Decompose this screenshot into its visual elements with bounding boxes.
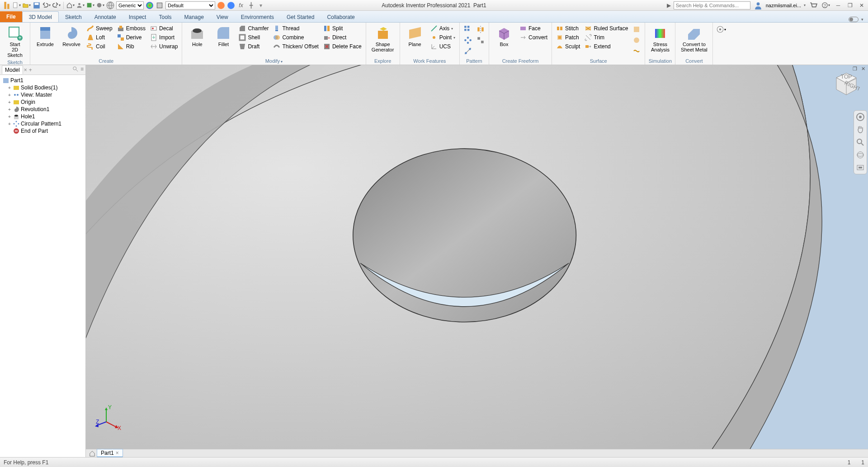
nav-pan-icon[interactable] (856, 125, 865, 134)
undo-icon[interactable] (42, 1, 51, 9)
search-input[interactable] (674, 1, 750, 9)
surf1-button[interactable] (631, 24, 642, 34)
surf3-button[interactable] (631, 46, 642, 56)
decal-button[interactable]: Decal (149, 24, 179, 33)
thread-button[interactable]: Thread (272, 24, 320, 33)
stress-analysis-button[interactable]: Stress Analysis (648, 24, 672, 53)
viewcube[interactable]: TOP RIGHT (833, 70, 860, 98)
revolve-button[interactable]: Revolve (59, 24, 84, 48)
face-button[interactable]: Face (518, 24, 549, 33)
browser-tab-model[interactable]: Model (2, 65, 23, 74)
panel-modify-label[interactable]: Modify (185, 57, 363, 65)
start-2d-sketch-button[interactable]: + Start 2D Sketch (3, 24, 27, 59)
extrude-button[interactable]: Extrude (33, 24, 57, 48)
patch-button[interactable]: Patch (555, 33, 581, 42)
color2-icon[interactable] (217, 1, 225, 9)
chamfer-button[interactable]: Chamfer (237, 24, 270, 33)
team-icon[interactable] (76, 1, 85, 9)
coil-button[interactable]: Coil (85, 42, 114, 51)
tab-view[interactable]: View (210, 12, 235, 22)
loft-button[interactable]: Loft (85, 33, 114, 42)
tree-circular-pattern1[interactable]: +Circular Pattern1 (1, 120, 85, 127)
trim-button[interactable]: Trim (583, 33, 629, 42)
tab-get-started[interactable]: Get Started (280, 12, 321, 22)
surf2-button[interactable] (631, 35, 642, 45)
pattern2-button[interactable] (475, 35, 486, 45)
close-button[interactable]: ✕ (857, 2, 866, 9)
scene-3d[interactable] (86, 65, 868, 449)
cloud-icon[interactable] (96, 1, 104, 9)
ribbon-overflow-button[interactable]: ▾ (716, 24, 726, 34)
tab-file[interactable]: File (0, 11, 22, 22)
nav-zoom-icon[interactable] (856, 138, 865, 147)
doc-home-button[interactable] (88, 450, 97, 457)
fillet-button[interactable]: Fillet (211, 24, 236, 48)
convert-sheet-metal-button[interactable]: Convert to Sheet Metal (678, 24, 710, 53)
browser-tab-close[interactable]: × (24, 67, 27, 73)
fx-icon[interactable]: fx (237, 1, 245, 9)
shape-generator-button[interactable]: Shape Generator (369, 24, 397, 53)
tree-hole1[interactable]: +Hole1 (1, 113, 85, 120)
mirror-button[interactable] (475, 24, 486, 34)
point-button[interactable]: Point ▾ (429, 33, 457, 42)
emboss-button[interactable]: Emboss (116, 24, 147, 33)
viewport[interactable]: ❐ ✕ TOP RIGHT (86, 65, 868, 449)
new-icon[interactable] (13, 1, 21, 9)
tab-sketch[interactable]: Sketch (59, 12, 88, 22)
tree-origin[interactable]: +Origin (1, 98, 85, 106)
qat-custom-icon[interactable]: ▾ (257, 1, 265, 9)
minimize-button[interactable]: ─ (834, 2, 843, 9)
cart-icon[interactable] (809, 1, 817, 9)
shell-button[interactable]: Shell (237, 33, 270, 42)
rect-pattern-button[interactable] (462, 24, 473, 34)
tab-3d-model[interactable]: 3D Model (22, 11, 59, 22)
tree-root[interactable]: Part1 (1, 77, 85, 84)
viewport-close-icon[interactable]: ✕ (860, 66, 866, 72)
redo-icon[interactable] (52, 1, 61, 9)
tree-revolution1[interactable]: +Revolution1 (1, 106, 85, 113)
convert-freeform-button[interactable]: Convert (518, 33, 549, 42)
nav-wheel-icon[interactable] (856, 112, 865, 121)
save-icon[interactable] (33, 1, 41, 9)
color3-icon[interactable] (227, 1, 235, 9)
tree-end-of-part[interactable]: End of Part (1, 127, 85, 135)
ruled-surface-button[interactable]: Ruled Surface (583, 24, 629, 33)
tree-view-master[interactable]: +View: Master (1, 91, 85, 98)
tree-solid-bodies[interactable]: +Solid Bodies(1) (1, 84, 85, 91)
search-arrow-icon[interactable]: ▶ (667, 2, 671, 9)
color-wheel-icon[interactable] (146, 1, 154, 9)
ribbon-collapse-icon[interactable]: ▾ (861, 17, 863, 22)
appearance-cube-icon[interactable] (156, 1, 164, 9)
hole-button[interactable]: Hole (185, 24, 209, 48)
appearance-select[interactable]: Default (165, 1, 215, 9)
import-button[interactable]: Import (149, 33, 179, 42)
browser-menu-icon[interactable]: ≡ (80, 66, 84, 74)
material-select[interactable]: Generic (116, 1, 144, 9)
doc-tab-part1[interactable]: Part1× (97, 449, 123, 458)
tab-inspect[interactable]: Inspect (123, 12, 153, 22)
tab-tools[interactable]: Tools (152, 12, 178, 22)
extend-button[interactable]: Extend (583, 42, 629, 51)
draft-button[interactable]: Draft (237, 42, 270, 51)
user-name[interactable]: nazmiismail.ei... (766, 3, 801, 8)
plane-button[interactable]: Plane (403, 24, 427, 48)
thicken-button[interactable]: Thicken/ Offset (272, 42, 320, 51)
nav-lookat-icon[interactable] (856, 163, 865, 172)
nav-orbit-icon[interactable] (856, 150, 865, 159)
select-icon[interactable] (86, 1, 94, 9)
user-icon[interactable] (754, 1, 762, 9)
circ-pattern-button[interactable] (462, 35, 473, 45)
delete-face-button[interactable]: Delete Face (322, 42, 363, 51)
open-icon[interactable] (23, 1, 31, 9)
sculpt-button[interactable]: Sculpt (555, 42, 581, 51)
home-icon[interactable] (66, 1, 75, 9)
box-button[interactable]: Box (492, 24, 516, 48)
combine-button[interactable]: Combine (272, 33, 320, 42)
ucs-button[interactable]: UCS (429, 42, 457, 51)
split-button[interactable]: Split (322, 24, 363, 33)
help-icon[interactable]: ? (822, 1, 830, 9)
stitch-button[interactable]: Stitch (555, 24, 581, 33)
sketch-driven-button[interactable] (462, 46, 473, 56)
derive-button[interactable]: Derive (116, 33, 147, 42)
restore-button[interactable]: ❐ (845, 2, 854, 9)
